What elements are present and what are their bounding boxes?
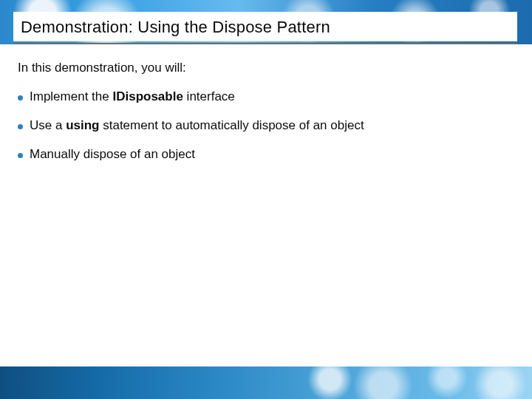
bullet-list: Implement the IDisposable interface Use …	[18, 89, 511, 163]
bullet-text-bold: IDisposable	[112, 89, 183, 103]
slide-title: Demonstration: Using the Dispose Pattern	[21, 18, 510, 37]
bullet-item: Manually dispose of an object	[18, 146, 511, 163]
bullet-text-post: statement to automatically dispose of an…	[99, 118, 364, 132]
footer-decorative-strip	[0, 366, 532, 399]
bullet-text-pre: Implement the	[30, 89, 112, 103]
title-underline	[13, 43, 517, 44]
bullet-item: Use a using statement to automatically d…	[18, 117, 511, 134]
intro-text: In this demonstration, you will:	[18, 61, 511, 75]
slide: Demonstration: Using the Dispose Pattern…	[0, 0, 532, 399]
slide-body: In this demonstration, you will: Impleme…	[18, 61, 511, 175]
title-band: Demonstration: Using the Dispose Pattern	[13, 12, 517, 41]
bullet-text-pre: Use a	[30, 118, 66, 132]
bullet-text-bold: using	[66, 118, 99, 132]
bullet-item: Implement the IDisposable interface	[18, 89, 511, 106]
bullet-text-post: interface	[183, 89, 235, 103]
bullet-text-pre: Manually dispose of an object	[30, 147, 195, 161]
